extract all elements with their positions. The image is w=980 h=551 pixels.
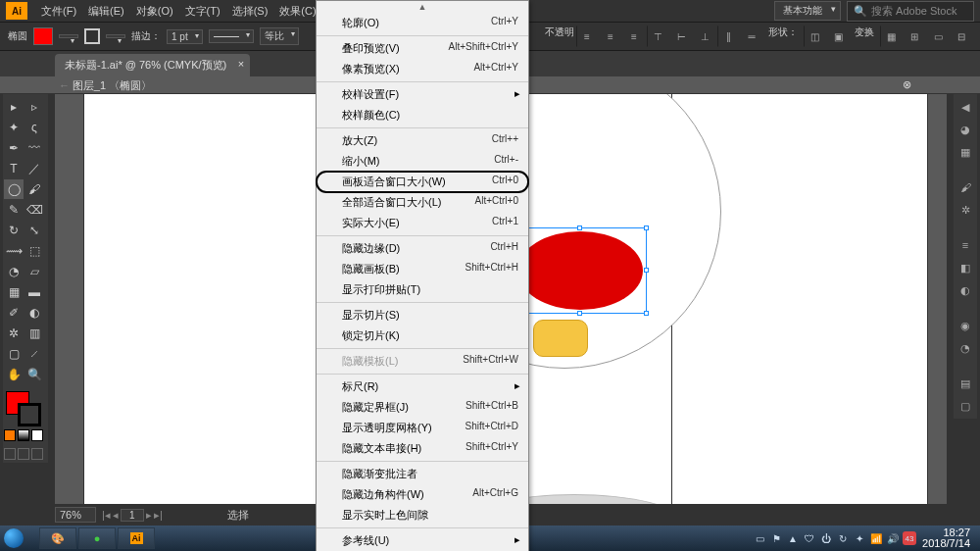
- taskbar-clock[interactable]: 18:27 2018/7/14: [922, 527, 976, 549]
- menu-fit-artboard[interactable]: 画板适合窗口大小(W)Ctrl+0: [317, 172, 528, 192]
- fill-dropdown[interactable]: [59, 34, 78, 38]
- shape-label[interactable]: 形状：: [768, 25, 798, 47]
- panel-expand-icon[interactable]: ◀: [956, 97, 975, 117]
- align-right-icon[interactable]: ≡: [623, 25, 645, 47]
- lasso-tool-icon[interactable]: ς: [24, 118, 44, 137]
- menu-proof-setup[interactable]: 校样设置(F): [317, 84, 528, 105]
- document-tab[interactable]: 未标题-1.ai* @ 76% (CMYK/预览)×: [55, 54, 250, 76]
- paintbrush-tool-icon[interactable]: 🖌: [24, 179, 44, 199]
- menu-rulers[interactable]: 标尺(R): [317, 376, 528, 397]
- tray-security-icon[interactable]: 🛡: [803, 531, 816, 545]
- draw-behind-icon[interactable]: [18, 448, 29, 460]
- type-tool-icon[interactable]: T: [4, 159, 24, 178]
- tray-antivirus-icon[interactable]: ✦: [853, 531, 866, 545]
- stroke-panel-icon[interactable]: ≡: [956, 235, 975, 255]
- menu-actual-size[interactable]: 实际大小(E)Ctrl+1: [317, 213, 528, 233]
- graph-tool-icon[interactable]: ▥: [24, 324, 44, 343]
- menu-hide-bbox[interactable]: 隐藏定界框(J)Shift+Ctrl+B: [317, 397, 528, 418]
- menu-file[interactable]: 文件(F): [35, 1, 82, 22]
- taskbar-app-3[interactable]: Ai: [118, 527, 155, 549]
- handle-ne[interactable]: [644, 225, 649, 230]
- menu-lock-slices[interactable]: 锁定切片(K): [317, 326, 528, 346]
- menu-type[interactable]: 文字(T): [179, 1, 226, 22]
- menu-scroll-up-icon[interactable]: ▲: [317, 1, 528, 13]
- menu-show-print-tiling[interactable]: 显示打印拼贴(T): [317, 279, 528, 300]
- slice-tool-icon[interactable]: ⟋: [24, 344, 44, 364]
- isolate-icon[interactable]: ▣: [827, 25, 849, 47]
- tray-signal-icon[interactable]: 📶: [869, 531, 883, 545]
- more-icon[interactable]: ⊟: [951, 25, 972, 47]
- graphic-styles-panel-icon[interactable]: ◔: [956, 338, 975, 358]
- stroke-dropdown[interactable]: [106, 34, 125, 38]
- color-panel-icon[interactable]: ◕: [956, 120, 975, 139]
- menu-guides[interactable]: 参考线(U): [317, 530, 528, 551]
- swatches-panel-icon[interactable]: ▦: [956, 142, 975, 162]
- rectangle-tool-icon[interactable]: ◯: [4, 179, 24, 199]
- direct-selection-tool-icon[interactable]: ▹: [24, 97, 44, 117]
- handle-n[interactable]: [577, 225, 582, 230]
- symbol-tool-icon[interactable]: ✲: [4, 324, 24, 343]
- gradient-tool-icon[interactable]: ▬: [24, 282, 44, 302]
- pen-tool-icon[interactable]: ✒: [4, 138, 24, 158]
- close-tab-icon[interactable]: ×: [238, 58, 244, 70]
- pathfinder-icon[interactable]: ◫: [804, 25, 825, 47]
- appearance-panel-icon[interactable]: ◉: [956, 316, 975, 335]
- menu-zoom-in[interactable]: 放大(Z)Ctrl++: [317, 130, 528, 151]
- perspective-tool-icon[interactable]: ▱: [24, 262, 44, 281]
- align-top-icon[interactable]: ⊤: [647, 25, 668, 47]
- menu-zoom-out[interactable]: 缩小(M)Ctrl+-: [317, 151, 528, 172]
- distribute-h-icon[interactable]: ‖: [717, 25, 739, 47]
- menu-hide-gradient-annotator[interactable]: 隐藏渐变批注者: [317, 464, 528, 484]
- align-center-icon[interactable]: ≡: [600, 25, 621, 47]
- eyedropper-tool-icon[interactable]: ✐: [4, 303, 24, 323]
- snap-icon[interactable]: ⊞: [904, 25, 925, 47]
- rotate-tool-icon[interactable]: ↻: [4, 221, 24, 240]
- menu-object[interactable]: 对象(O): [130, 1, 179, 22]
- menu-show-slices[interactable]: 显示切片(S): [317, 305, 528, 326]
- setup-icon[interactable]: ▭: [927, 25, 949, 47]
- menu-fit-all[interactable]: 全部适合窗口大小(L)Alt+Ctrl+0: [317, 192, 528, 213]
- brushes-panel-icon[interactable]: 🖌: [956, 177, 975, 197]
- align-left-icon[interactable]: ≡: [576, 25, 598, 47]
- zoom-dropdown[interactable]: 76%: [55, 507, 96, 523]
- handle-e[interactable]: [644, 268, 649, 273]
- shape-builder-tool-icon[interactable]: ◔: [4, 262, 24, 281]
- gradient-mode-icon[interactable]: [18, 429, 29, 441]
- menu-pixel-preview[interactable]: 像素预览(X)Alt+Ctrl+Y: [317, 59, 528, 79]
- breadcrumb[interactable]: 图层_1 〈椭圆〉: [73, 79, 152, 91]
- menu-overprint-preview[interactable]: 叠印预览(V)Alt+Shift+Ctrl+Y: [317, 38, 528, 59]
- none-mode-icon[interactable]: [31, 429, 43, 441]
- tray-power-icon[interactable]: ⏻: [819, 531, 833, 545]
- artboard-tool-icon[interactable]: ▢: [4, 344, 24, 364]
- color-mode-icon[interactable]: [4, 429, 16, 441]
- magic-wand-tool-icon[interactable]: ✦: [4, 118, 24, 137]
- menu-hide-corner-widget[interactable]: 隐藏边角构件(W)Alt+Ctrl+G: [317, 484, 528, 505]
- align-bottom-icon[interactable]: ⊥: [694, 25, 715, 47]
- zoom-tool-icon[interactable]: 🔍: [24, 365, 44, 384]
- menu-outline[interactable]: 轮廓(O)Ctrl+Y: [317, 13, 528, 33]
- gradient-panel-icon[interactable]: ◧: [956, 258, 975, 277]
- tray-flag-icon[interactable]: ⚑: [769, 531, 783, 545]
- stroke-style-dropdown[interactable]: [209, 29, 254, 43]
- draw-normal-icon[interactable]: [4, 448, 16, 460]
- eraser-tool-icon[interactable]: ⌫: [24, 200, 44, 220]
- selection-bounding-box[interactable]: [514, 227, 647, 314]
- start-button[interactable]: [4, 526, 37, 550]
- layers-panel-icon[interactable]: ▤: [956, 374, 975, 393]
- menu-select[interactable]: 选择(S): [226, 1, 274, 22]
- profile-dropdown[interactable]: 等比: [260, 27, 299, 45]
- artboard-page-field[interactable]: [121, 509, 144, 522]
- tray-network-icon[interactable]: ▲: [786, 531, 800, 545]
- stock-search-input[interactable]: 🔍搜索 Adobe Stock: [847, 1, 974, 22]
- menu-show-transparency-grid[interactable]: 显示透明度网格(Y)Shift+Ctrl+D: [317, 418, 528, 438]
- opacity-label[interactable]: 不透明: [545, 25, 574, 47]
- taskbar-app-2[interactable]: ●: [78, 527, 116, 549]
- menu-proof-colors[interactable]: 校样颜色(C): [317, 105, 528, 125]
- tray-volume-icon[interactable]: 🔊: [886, 531, 900, 545]
- symbols-panel-icon[interactable]: ✲: [956, 200, 975, 220]
- breadcrumb-close-icon[interactable]: ⊗: [903, 78, 911, 91]
- menu-show-live-paint-gaps[interactable]: 显示实时上色间隙: [317, 505, 528, 526]
- pencil-tool-icon[interactable]: ✎: [4, 200, 24, 220]
- mesh-tool-icon[interactable]: ▦: [4, 282, 24, 302]
- menu-hide-edges[interactable]: 隐藏边缘(D)Ctrl+H: [317, 238, 528, 259]
